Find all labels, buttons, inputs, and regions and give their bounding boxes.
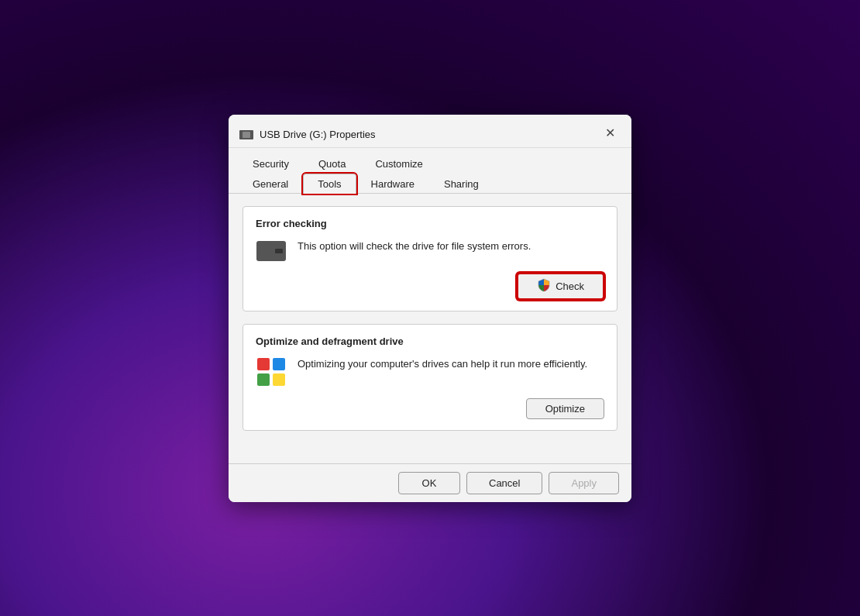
close-button[interactable]: ✕ [599,122,621,144]
tab-security[interactable]: Security [238,153,304,174]
title-bar: USB Drive (G:) Properties ✕ [229,115,631,148]
tab-sharing[interactable]: Sharing [429,174,494,194]
error-checking-section: Error checking This option will check th… [243,206,617,311]
error-checking-body: This option will check the drive for fil… [256,239,604,262]
tabs-row-1: Security Quota Customize [238,153,622,173]
dialog-content: Error checking This option will check th… [229,194,631,463]
optimize-description: Optimizing your computer's drives can he… [298,356,604,372]
block-red [257,358,270,370]
dialog-footer: OK Cancel Apply [229,463,631,502]
check-button[interactable]: Check [517,273,604,300]
tab-quota[interactable]: Quota [304,153,360,174]
optimize-body: Optimizing your computer's drives can he… [256,356,604,387]
optimize-icon [257,358,285,386]
dialog-title: USB Drive (G:) Properties [260,129,376,140]
tab-tools[interactable]: Tools [303,174,356,194]
shield-icon [537,278,551,294]
title-bar-left: USB Drive (G:) Properties [239,129,376,140]
hdd-icon [256,241,286,261]
tabs-row-2: General Tools Hardware Sharing [238,173,622,193]
check-button-label: Check [556,280,584,292]
optimize-icon-wrap [256,356,287,387]
cancel-button[interactable]: Cancel [466,472,542,494]
error-checking-title: Error checking [256,218,604,229]
block-blue [273,358,285,370]
block-yellow [273,373,285,386]
tab-customize[interactable]: Customize [360,153,437,174]
block-green [257,373,270,386]
tab-general[interactable]: General [238,174,303,194]
error-checking-actions: Check [256,273,604,300]
apply-button[interactable]: Apply [549,472,619,494]
optimize-button[interactable]: Optimize [526,398,604,419]
drive-icon [239,130,253,139]
tab-hardware[interactable]: Hardware [356,174,429,194]
ok-button[interactable]: OK [398,472,460,494]
tabs-container: Security Quota Customize General Tools H… [229,148,631,194]
optimize-actions: Optimize [256,398,604,419]
optimize-title: Optimize and defragment drive [256,336,604,347]
dialog-window: USB Drive (G:) Properties ✕ Security Quo… [229,115,631,502]
hdd-section-icon [256,240,287,262]
optimize-section: Optimize and defragment drive Optimizing… [243,324,617,431]
error-checking-description: This option will check the drive for fil… [298,239,604,254]
